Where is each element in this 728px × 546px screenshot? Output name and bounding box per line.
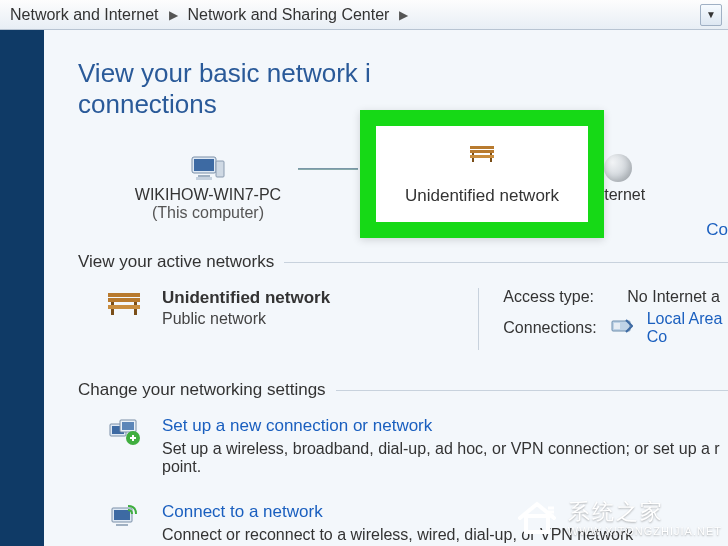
breadcrumb-current[interactable]: Network and Sharing Center — [184, 4, 394, 26]
active-network-type: Public network — [162, 310, 330, 328]
node-this-computer-sub: (This computer) — [152, 204, 264, 222]
connection-link[interactable]: Local Area Co — [647, 310, 728, 346]
active-network-title: Unidentified network — [162, 288, 330, 308]
page-title-suffix: connections — [78, 89, 217, 119]
svg-rect-16 — [108, 298, 140, 302]
node-this-computer[interactable]: WIKIHOW-WIN7-PC (This computer) — [118, 150, 298, 222]
watermark: 系统之家 WWW.XITONGZHIJIA.NET — [514, 494, 722, 540]
house-icon — [514, 494, 560, 540]
setup-connection-link[interactable]: Set up a new connection or network — [162, 416, 720, 436]
node-this-computer-name: WIKIHOW-WIN7-PC — [135, 186, 281, 204]
access-type-label: Access type: — [503, 288, 613, 306]
chevron-right-icon: ▶ — [163, 8, 184, 22]
left-nav-strip — [0, 30, 44, 546]
svg-rect-10 — [470, 146, 494, 149]
section-change-settings-title: Change your networking settings — [78, 380, 326, 400]
svg-rect-31 — [116, 524, 128, 526]
section-active-networks-header: View your active networks — [78, 252, 728, 272]
active-network-row: Unidentified network Public network Acce… — [78, 288, 728, 350]
section-active-networks-title: View your active networks — [78, 252, 274, 272]
content-area: View your basic network information and … — [44, 30, 728, 546]
svg-rect-25 — [122, 422, 134, 430]
section-change-settings-header: Change your networking settings — [78, 380, 728, 400]
bench-icon — [467, 142, 497, 168]
tutorial-highlight: Unidentified network — [360, 110, 604, 238]
watermark-text-cn: 系统之家 — [568, 497, 722, 527]
computer-icon — [190, 150, 226, 186]
svg-rect-1 — [194, 159, 214, 171]
svg-rect-30 — [114, 510, 130, 520]
breadcrumb-parent[interactable]: Network and Internet — [6, 4, 163, 26]
breadcrumb-dropdown-button[interactable]: ▼ — [700, 4, 722, 26]
svg-rect-4 — [216, 161, 224, 177]
connect-disconnect-link[interactable]: Co — [706, 220, 728, 240]
page-title-prefix: View your basic network i — [78, 58, 371, 88]
setup-connection-desc: Set up a wireless, broadband, dial-up, a… — [162, 440, 720, 458]
active-network-details: Access type: No Internet a Connections: … — [478, 288, 728, 350]
setup-connection-item[interactable]: Set up a new connection or network Set u… — [78, 416, 728, 476]
map-line-1 — [298, 168, 358, 170]
setup-connection-desc2: point. — [162, 458, 720, 476]
bench-icon — [104, 288, 144, 322]
connections-label: Connections: — [503, 319, 596, 337]
svg-rect-32 — [526, 516, 548, 532]
svg-rect-14 — [470, 155, 494, 158]
svg-rect-19 — [108, 305, 140, 309]
globe-icon — [604, 150, 632, 186]
setup-connection-icon — [104, 416, 144, 476]
svg-rect-28 — [132, 435, 134, 441]
highlight-label: Unidentified network — [405, 186, 559, 206]
svg-rect-11 — [470, 150, 494, 153]
nic-icon — [611, 318, 633, 338]
connect-network-icon — [104, 502, 144, 544]
svg-rect-21 — [614, 323, 620, 329]
svg-rect-15 — [108, 293, 140, 297]
breadcrumb-bar: Network and Internet ▶ Network and Shari… — [0, 0, 728, 30]
svg-rect-3 — [196, 177, 212, 180]
svg-rect-2 — [198, 175, 210, 177]
chevron-right-icon: ▶ — [393, 8, 414, 22]
active-network-identity[interactable]: Unidentified network Public network — [78, 288, 478, 350]
access-type-value: No Internet a — [627, 288, 720, 306]
watermark-url: WWW.XITONGZHIJIA.NET — [568, 525, 722, 537]
